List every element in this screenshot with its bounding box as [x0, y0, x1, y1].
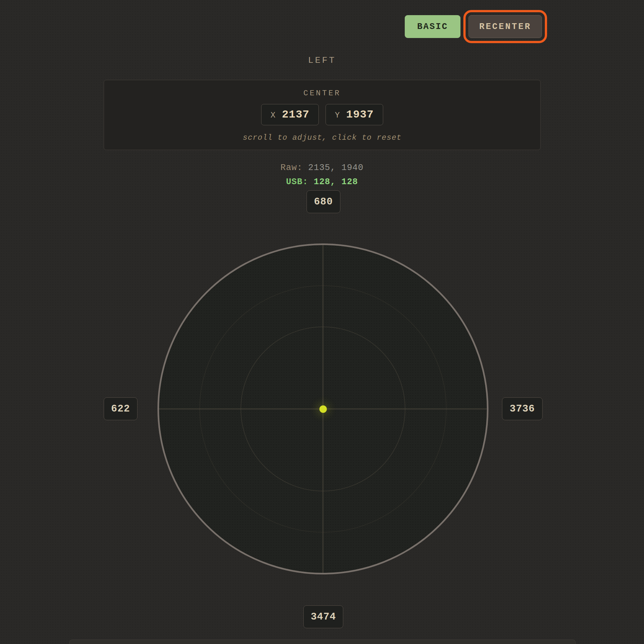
section-title: LEFT: [0, 55, 644, 65]
raw-readout-label: Raw:: [280, 163, 303, 173]
center-panel-hint: scroll to adjust, click to reset: [104, 133, 540, 142]
basic-mode-button[interactable]: BASIC: [405, 15, 460, 38]
calibration-page: BASIC RECENTER LEFT CENTER X 2137 Y 1937…: [0, 0, 644, 644]
center-panel: CENTER X 2137 Y 1937 scroll to adjust, c…: [104, 80, 541, 150]
recenter-button[interactable]: RECENTER: [469, 15, 542, 38]
usb-readout-value: 128, 128: [314, 177, 358, 187]
joystick-range-circle[interactable]: [157, 243, 488, 574]
usb-readout-label: USB:: [286, 177, 308, 187]
usb-readout: USB: 128, 128: [0, 177, 644, 187]
extent-right-value: 3736: [502, 397, 543, 420]
raw-readout: Raw: 2135, 1940: [0, 163, 644, 173]
center-x-label: X: [270, 111, 275, 120]
center-x-value: 2137: [282, 109, 309, 121]
extent-top-value: 680: [307, 190, 340, 213]
extent-left-value: 622: [104, 397, 137, 420]
center-y-label: Y: [335, 111, 340, 120]
next-section-peek: [69, 639, 576, 644]
center-y-value: 1937: [346, 109, 374, 121]
center-panel-title: CENTER: [104, 89, 540, 98]
raw-readout-value: 2135, 1940: [308, 163, 364, 173]
center-y-field[interactable]: Y 1937: [326, 104, 383, 125]
center-x-field[interactable]: X 2137: [261, 104, 319, 125]
center-coord-row: X 2137 Y 1937: [104, 104, 540, 125]
joystick-position-dot: [319, 405, 327, 413]
extent-bottom-value: 3474: [303, 605, 343, 628]
